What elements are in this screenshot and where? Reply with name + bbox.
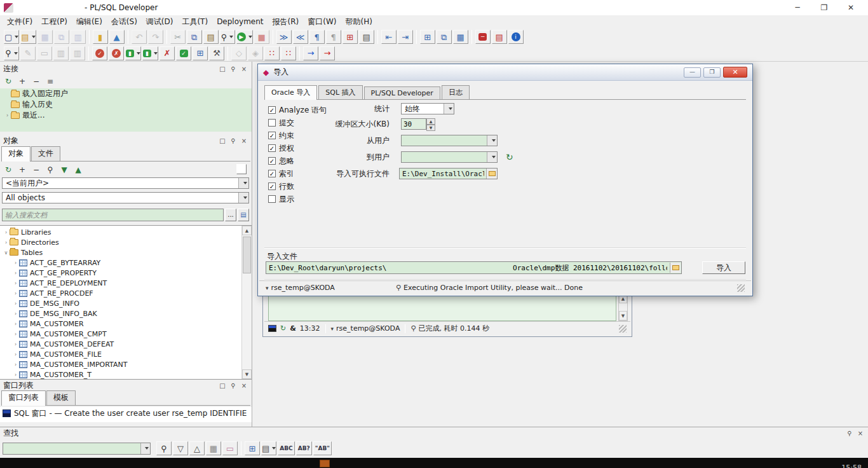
tree-item[interactable]: ›MA_CUSTOMER	[0, 319, 241, 329]
objects-tree-scrollbar[interactable]: ▲ ▼	[241, 226, 252, 379]
compile-icon[interactable]: ✓	[176, 46, 191, 60]
dialog-tab-2[interactable]: PL/SQL Developer	[364, 86, 440, 99]
find-next-icon[interactable]: ▽	[173, 441, 188, 455]
import-executable-input[interactable]	[399, 168, 498, 179]
tile-windows-icon[interactable]: ⊞	[420, 30, 435, 44]
add-connection-icon[interactable]: +	[16, 76, 29, 87]
search-scope-icon[interactable]: ▤	[261, 441, 276, 455]
tree-item[interactable]: ∨Tables	[0, 247, 241, 258]
highlight-icon[interactable]: ⊞	[342, 30, 358, 44]
buffer-size-input[interactable]	[401, 118, 426, 130]
tree-item[interactable]: ›Directories	[0, 237, 241, 247]
dialog-tab-1[interactable]: SQL 插入	[318, 85, 362, 99]
window-list-tab-0[interactable]: 窗口列表	[1, 390, 46, 406]
from-user-dropdown[interactable]	[401, 135, 498, 146]
current-user-caret-icon[interactable]	[238, 178, 248, 188]
expander-icon[interactable]: ›	[12, 352, 19, 357]
expander-icon[interactable]: ›	[12, 260, 19, 266]
expander-icon[interactable]: ›	[3, 230, 10, 235]
menu-item-3[interactable]: 会话(S)	[107, 15, 142, 29]
search-scope-caret-icon[interactable]	[272, 447, 276, 450]
about-icon[interactable]: i	[508, 30, 524, 44]
exact-phrase-icon[interactable]: "AB"	[313, 441, 332, 455]
scroll-up-icon[interactable]: ▲	[242, 226, 252, 235]
tree-item[interactable]: ›DE_MSG_INFO_BAK	[0, 308, 241, 319]
find-text-icon[interactable]: ⚲	[156, 441, 172, 455]
menu-item-2[interactable]: 编辑(E)	[72, 15, 107, 29]
import-option-6[interactable]: ✓行数	[268, 180, 327, 193]
expander-icon[interactable]: ›	[12, 291, 19, 296]
executable-browse-button[interactable]	[486, 169, 497, 179]
to-user-dropdown[interactable]	[401, 151, 498, 163]
dialog-tab-3[interactable]: 日志	[442, 85, 470, 99]
expander-icon[interactable]: ›	[3, 240, 10, 245]
tree-item[interactable]: ›MA_CUSTOMER_CMPT	[0, 329, 241, 339]
execute-caret-icon[interactable]	[248, 36, 252, 38]
tree-item[interactable]: ›DE_MSG_INFO	[0, 298, 241, 308]
menu-item-9[interactable]: 帮助(H)	[341, 15, 376, 29]
import-option-7[interactable]: 显示	[268, 193, 327, 205]
cascade-windows-icon[interactable]: ⧉	[437, 30, 452, 44]
db-export-icon[interactable]: ▮	[142, 46, 158, 60]
objects-pin-icon[interactable]: ⚲	[229, 137, 238, 144]
close-button[interactable]: ✕	[837, 1, 864, 15]
stamp-rollback-icon[interactable]: ✗	[109, 46, 124, 60]
statistics-dropdown[interactable]: 始终	[401, 103, 454, 114]
paste-icon[interactable]: ▤	[203, 30, 219, 44]
expander-icon[interactable]: ›	[12, 301, 19, 306]
dialog-maximize-button[interactable]: ❐	[703, 67, 721, 78]
dialog-resize-grip[interactable]	[737, 284, 745, 292]
objects-tab-0[interactable]: 对象	[1, 146, 31, 162]
test-icon[interactable]: ▲	[109, 30, 125, 44]
import-button[interactable]: 导入	[702, 261, 745, 274]
connections-dock-icon[interactable]: □	[218, 65, 227, 72]
copy-icon[interactable]: ⧉	[187, 30, 202, 44]
checkbox-icon[interactable]: ✓	[268, 182, 276, 190]
menu-item-7[interactable]: 报告(R)	[268, 15, 304, 29]
to-user-caret-icon[interactable]	[487, 152, 497, 162]
tree-item[interactable]: ›ACT_GE_PROPERTY	[0, 268, 241, 278]
find-previous-icon[interactable]: △	[189, 441, 205, 455]
dialog-tab-0[interactable]: Oracle 导入	[264, 85, 317, 100]
add-object-icon[interactable]: +	[16, 164, 29, 176]
outdent-icon[interactable]: ≪	[293, 30, 308, 44]
expander-icon[interactable]: ›	[12, 280, 19, 286]
buffer-down-icon[interactable]: ▼	[426, 125, 435, 131]
expander-icon[interactable]: ›	[12, 270, 19, 276]
connection-item-0[interactable]: 载入固定用户	[0, 88, 252, 99]
expander-icon[interactable]: ›	[12, 372, 19, 378]
objects-dock-icon[interactable]: □	[218, 137, 227, 144]
stamp-commit-icon[interactable]: ✓	[92, 46, 107, 60]
find-input-caret-icon[interactable]	[140, 443, 150, 454]
window-list-dock-icon[interactable]: □	[218, 382, 227, 389]
taskbar-app-icon[interactable]	[320, 460, 330, 467]
expander-icon[interactable]: ›	[12, 341, 19, 347]
refresh-connections-icon[interactable]: ↻	[2, 76, 15, 87]
window-grid-icon[interactable]: ▦	[453, 30, 468, 44]
connection-caret-icon[interactable]: ▾	[331, 326, 334, 332]
checkbox-icon[interactable]	[268, 195, 276, 203]
expander-icon[interactable]: ›	[12, 362, 19, 368]
result-grid-icon[interactable]: ⊞	[245, 441, 260, 455]
open-icon[interactable]: ▤	[20, 30, 36, 44]
refresh-objects-icon[interactable]: ↻	[2, 164, 15, 176]
prev-marker-icon[interactable]: ⇤	[381, 30, 397, 44]
dialog-close-button[interactable]: ✕	[723, 67, 747, 78]
sql-window-content[interactable]	[268, 293, 616, 321]
window-list-item[interactable]: SQL 窗口 - — Create the user create user r…	[0, 407, 252, 420]
tools-icon[interactable]: ⚒	[209, 46, 224, 60]
filter-objects-icon[interactable]: ▼	[58, 164, 71, 176]
connection-item-1[interactable]: 输入历史	[0, 99, 252, 110]
window-list-tab-1[interactable]: 模板	[46, 390, 76, 405]
find-close-icon[interactable]: ×	[856, 430, 865, 437]
menu-item-5[interactable]: 工具(T)	[177, 15, 212, 29]
expander-icon[interactable]: ›	[12, 321, 19, 327]
import-file-browse-button[interactable]	[670, 263, 681, 273]
statistics-caret-icon[interactable]	[444, 104, 454, 114]
expander-icon[interactable]: ›	[12, 331, 19, 337]
new-icon[interactable]: ▢	[4, 30, 19, 44]
clear-highlight-icon[interactable]: ▭	[222, 441, 238, 455]
match-case-icon[interactable]: ABC	[278, 441, 294, 455]
resize-grip[interactable]	[619, 325, 627, 333]
sql-window-scrollbar[interactable]: ▲ ▼	[618, 293, 628, 321]
